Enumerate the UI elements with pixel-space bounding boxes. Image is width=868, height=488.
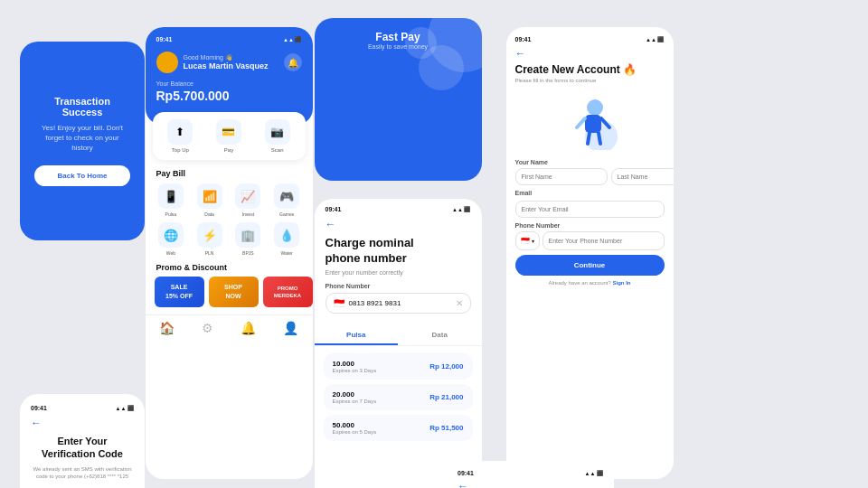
create-account-screen: 09:41 ▲▲ ⬛ ← Create New Account 🔥 Please… [506, 27, 674, 479]
pay-action[interactable]: 💳 Pay [216, 119, 241, 153]
fast-pay-screen: Fast Pay Easily to save money [315, 18, 482, 181]
notification-bell[interactable]: 🔔 [284, 53, 302, 71]
balance-amount: Rp5.700.000 [156, 89, 302, 103]
promo-shop[interactable]: SHOPNOW [209, 277, 259, 307]
pulsa-data-tabs: Pulsa Data [315, 326, 482, 346]
charge-status-time: 09:41 [326, 206, 342, 212]
transaction-subtitle: Yes! Enjoy your bill. Don't forget to ch… [34, 123, 130, 154]
phone-clear-icon[interactable]: ✕ [456, 298, 463, 308]
balance-label: Your Balance [156, 80, 302, 87]
profile-nav-icon[interactable]: 👤 [283, 321, 298, 335]
phone-input-box[interactable]: 🇮🇩 0813 8921 9831 ✕ [326, 293, 471, 314]
verify-identity-screen: 09:41 ▲▲ ⬛ ← Let's Verify Your Identity [447, 461, 614, 488]
user-name: Lucas Martin Vasquez [184, 61, 269, 70]
phone-field-label: Phone Number [515, 222, 665, 229]
topup-action[interactable]: ⬆ Top Up [167, 119, 193, 153]
promo-merdeka[interactable]: PROMOMERDEKA [263, 277, 313, 307]
promo-sale[interactable]: SALE15% OFF [155, 277, 204, 307]
charge-back-arrow[interactable]: ← [326, 218, 471, 230]
tab-pulsa[interactable]: Pulsa [315, 326, 399, 345]
email-input[interactable] [515, 201, 665, 218]
quick-actions: ⬆ Top Up 💳 Pay 📷 Scan [153, 112, 306, 160]
pay-label: Pay [224, 147, 233, 153]
svg-line-5 [588, 133, 590, 144]
bill-games[interactable]: 🎮 Games [270, 183, 304, 217]
dash-status-icons: ▲▲ ⬛ [283, 36, 302, 42]
bill-water[interactable]: 💧 Water [270, 222, 304, 256]
promo-banners: SALE15% OFF SHOPNOW PROMOMERDEKA [146, 277, 313, 307]
svg-line-3 [577, 118, 585, 127]
promo-title: Promo & Discount [146, 256, 313, 277]
last-name-input[interactable] [611, 168, 674, 185]
charge-subtitle: Enter your number correctly [326, 269, 471, 276]
back-to-home-button[interactable]: Back To Home [34, 165, 130, 186]
create-back-arrow[interactable]: ← [515, 47, 665, 60]
bill-web[interactable]: 🌐 Web [155, 222, 188, 256]
status-icons: ▲▲ ⬛ [115, 405, 134, 411]
first-name-input[interactable] [515, 168, 608, 185]
user-avatar [156, 52, 178, 73]
dashboard-screen: 09:41 ▲▲ ⬛ Good Morning 👋 Lucas Martin V… [146, 27, 313, 479]
greeting: Good Morning 👋 [184, 54, 269, 61]
verification-screen: 09:41 ▲▲ ⬛ ← Enter YourVerification Code… [20, 394, 145, 488]
pay-bill-title: Pay Bill [146, 160, 313, 183]
scan-label: Scan [271, 147, 284, 153]
phone-input[interactable] [542, 231, 665, 250]
scan-action[interactable]: 📷 Scan [265, 119, 290, 153]
create-continue-button[interactable]: Continue [515, 255, 665, 276]
tab-data[interactable]: Data [398, 326, 482, 345]
phone-chevron-icon: ▾ [532, 238, 534, 244]
svg-point-1 [587, 99, 603, 116]
topup-icon: ⬆ [167, 119, 193, 145]
package-item-3[interactable]: 50.000 Expires on 5 Days Rp 51,500 [324, 415, 473, 441]
phone-value: 0813 8921 9831 [349, 299, 451, 307]
svg-line-6 [599, 133, 600, 144]
transaction-success-screen: Transaction Success Yes! Enjoy your bill… [20, 42, 145, 240]
bill-invest[interactable]: 📈 Invest [231, 183, 265, 217]
home-nav-icon[interactable]: 🏠 [159, 321, 175, 335]
phone-flag-icon: 🇮🇩 [334, 298, 344, 308]
verification-desc: We already sent an SMS with verification… [31, 465, 134, 481]
person-illustration-svg [561, 91, 619, 150]
name-field-row [515, 168, 665, 185]
charge-screen: 09:41 ▲▲ ⬛ ← Charge nominalphone number … [315, 199, 482, 488]
pay-bill-grid: 📱 Pulsa 📶 Data 📈 Invest 🎮 Games 🌐 [146, 183, 313, 256]
name-field-label: Your Name [515, 159, 665, 165]
svg-rect-2 [585, 115, 601, 133]
chart-nav-icon[interactable]: ⚙ [202, 321, 213, 335]
verify-status-time: 09:41 [458, 470, 474, 476]
pay-icon: 💳 [216, 119, 241, 145]
create-account-title: Create New Account 🔥 [515, 63, 665, 76]
bill-pln[interactable]: ⚡ PLN [193, 222, 226, 256]
dash-status-time: 09:41 [156, 36, 173, 42]
scan-icon: 📷 [265, 119, 290, 145]
sign-in-link[interactable]: Sign In [613, 280, 631, 286]
create-account-subtitle: Please fill in the forms to continue [515, 78, 665, 83]
verify-back-arrow[interactable]: ← [458, 480, 603, 488]
create-illustration [558, 89, 621, 152]
bill-data[interactable]: 📶 Data [193, 183, 226, 217]
bottom-nav: 🏠 ⚙ 🔔 👤 [146, 314, 313, 341]
verification-title: Enter YourVerification Code [31, 435, 134, 461]
bill-pulsa[interactable]: 📱 Pulsa [155, 183, 188, 217]
phone-label: Phone Number [326, 283, 471, 289]
transaction-title: Transaction Success [34, 96, 130, 117]
email-field-label: Email [515, 190, 665, 196]
bill-bpjs[interactable]: 🏢 BPJS [231, 222, 265, 256]
topup-label: Top Up [172, 147, 189, 153]
back-arrow-icon[interactable]: ← [31, 417, 134, 429]
create-status-time: 09:41 [515, 36, 532, 42]
package-item-2[interactable]: 20.000 Expires on 7 Days Rp 21,000 [324, 384, 473, 410]
package-list: 10.000 Expires on 3 Days Rp 12,000 20.00… [315, 353, 482, 441]
phone-field-row: 🇮🇩 ▾ [515, 231, 665, 250]
dashboard-header: 09:41 ▲▲ ⬛ Good Morning 👋 Lucas Martin V… [146, 27, 313, 125]
phone-prefix-selector[interactable]: 🇮🇩 ▾ [515, 231, 540, 250]
sign-in-text: Already have an account? Sign In [515, 280, 665, 286]
phone-flag: 🇮🇩 [521, 237, 530, 245]
status-time: 09:41 [31, 405, 47, 411]
charge-header: 09:41 ▲▲ ⬛ ← Charge nominalphone number … [315, 199, 482, 326]
package-item-1[interactable]: 10.000 Expires on 3 Days Rp 12,000 [324, 353, 473, 380]
bell-nav-icon[interactable]: 🔔 [241, 321, 256, 335]
charge-title: Charge nominalphone number [326, 236, 471, 267]
